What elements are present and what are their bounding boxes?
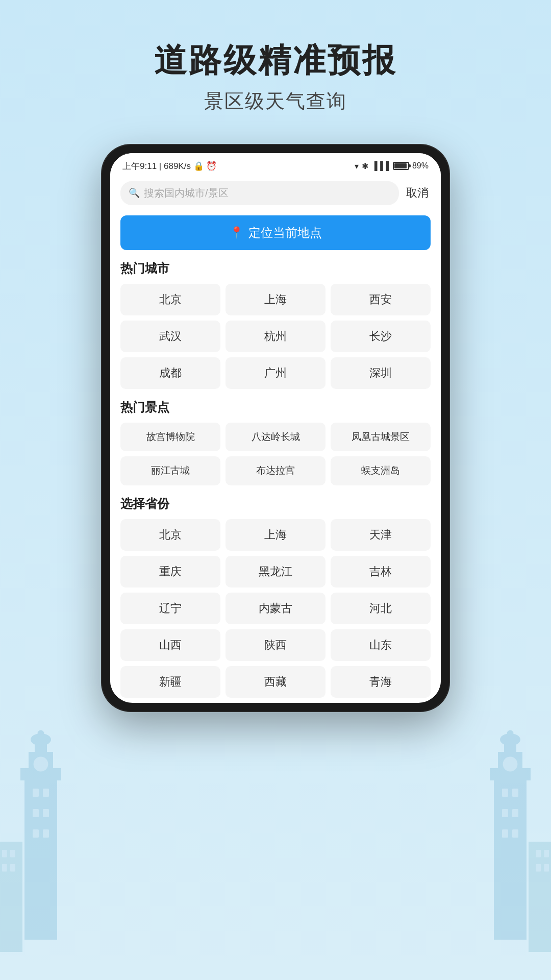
hot-city-item[interactable]: 西安 bbox=[331, 284, 431, 315]
svg-rect-18 bbox=[494, 776, 527, 940]
province-item[interactable]: 新疆 bbox=[120, 666, 220, 698]
svg-rect-2 bbox=[29, 752, 53, 772]
province-item[interactable]: 山西 bbox=[120, 629, 220, 661]
hot-city-item[interactable]: 武汉 bbox=[120, 321, 220, 352]
svg-rect-34 bbox=[544, 864, 549, 871]
search-bar: 🔍 搜索国内城市/景区 取消 bbox=[120, 177, 431, 211]
svg-rect-28 bbox=[512, 829, 518, 838]
svg-rect-27 bbox=[502, 809, 508, 817]
time-display: 上午9:11 bbox=[122, 161, 157, 171]
hot-attractions-title: 热门景点 bbox=[120, 399, 431, 415]
province-item[interactable]: 陕西 bbox=[226, 629, 325, 661]
svg-rect-9 bbox=[43, 809, 49, 817]
search-input-container[interactable]: 🔍 搜索国内城市/景区 bbox=[120, 181, 399, 205]
header: 道路级精准预报 景区级天气查询 bbox=[0, 0, 551, 135]
hot-city-item[interactable]: 长沙 bbox=[331, 321, 431, 352]
svg-point-12 bbox=[34, 757, 48, 772]
svg-rect-24 bbox=[512, 789, 518, 797]
province-item[interactable]: 山东 bbox=[331, 629, 431, 661]
hot-city-item[interactable]: 杭州 bbox=[226, 321, 325, 352]
svg-rect-25 bbox=[502, 789, 508, 797]
hot-attraction-item[interactable]: 蜈支洲岛 bbox=[331, 456, 431, 485]
svg-point-5 bbox=[38, 730, 44, 737]
hot-attraction-item[interactable]: 故宫博物院 bbox=[120, 423, 220, 452]
network-speed-value: 689K/s bbox=[164, 161, 191, 171]
province-item[interactable]: 北京 bbox=[120, 519, 220, 551]
wifi-icon: ▾ bbox=[355, 161, 359, 171]
search-placeholder: 搜索国内城市/景区 bbox=[144, 186, 229, 200]
svg-rect-31 bbox=[529, 842, 551, 952]
svg-rect-1 bbox=[20, 768, 61, 780]
svg-rect-7 bbox=[43, 789, 49, 797]
svg-point-22 bbox=[500, 733, 520, 746]
province-item[interactable]: 青海 bbox=[331, 666, 431, 698]
hot-city-item[interactable]: 上海 bbox=[226, 284, 325, 315]
svg-rect-10 bbox=[33, 829, 39, 838]
status-time-network: 上午9:11 | 689K/s 🔒 ⏰ bbox=[122, 160, 217, 172]
background-buildings bbox=[0, 699, 551, 980]
phone-content: 🔍 搜索国内城市/景区 取消 📍 定位当前地点 热门城市 北京上海西安武汉杭州长… bbox=[110, 177, 441, 698]
location-pin-icon: 📍 bbox=[230, 226, 243, 239]
hot-city-item[interactable]: 深圳 bbox=[331, 357, 431, 389]
province-item[interactable]: 上海 bbox=[226, 519, 325, 551]
lock-icon: 🔒 bbox=[193, 161, 204, 171]
svg-rect-0 bbox=[24, 776, 57, 940]
svg-rect-15 bbox=[10, 850, 15, 857]
hot-city-item[interactable]: 广州 bbox=[226, 357, 325, 389]
search-icon: 🔍 bbox=[129, 187, 140, 199]
battery-percent: 89% bbox=[412, 161, 429, 170]
status-icons: ▾ ✱ ▐▐▐ 89% bbox=[355, 161, 429, 171]
svg-point-30 bbox=[503, 757, 518, 772]
hot-cities-grid: 北京上海西安武汉杭州长沙成都广州深圳 bbox=[120, 284, 431, 389]
hot-attraction-item[interactable]: 丽江古城 bbox=[120, 456, 220, 485]
svg-rect-26 bbox=[512, 809, 518, 817]
svg-rect-14 bbox=[2, 850, 7, 857]
hot-attraction-item[interactable]: 凤凰古城景区 bbox=[331, 423, 431, 452]
province-item[interactable]: 黑龙江 bbox=[226, 556, 325, 587]
search-cancel-button[interactable]: 取消 bbox=[404, 185, 431, 201]
status-bar: 上午9:11 | 689K/s 🔒 ⏰ ▾ ✱ ▐▐▐ 89% bbox=[110, 153, 441, 177]
hot-attractions-grid: 故宫博物院八达岭长城凤凰古城景区丽江古城布达拉宫蜈支洲岛 bbox=[120, 423, 431, 485]
bluetooth-icon: ✱ bbox=[362, 161, 368, 171]
provinces-grid: 北京上海天津重庆黑龙江吉林辽宁内蒙古河北山西陕西山东新疆西藏青海 bbox=[120, 519, 431, 698]
phone-mockup: 上午9:11 | 689K/s 🔒 ⏰ ▾ ✱ ▐▐▐ 89% bbox=[0, 145, 551, 711]
hot-city-item[interactable]: 北京 bbox=[120, 284, 220, 315]
svg-rect-17 bbox=[10, 864, 15, 871]
svg-rect-32 bbox=[544, 850, 549, 857]
hot-cities-title: 热门城市 bbox=[120, 260, 431, 277]
svg-rect-16 bbox=[2, 864, 7, 871]
svg-rect-21 bbox=[504, 740, 516, 754]
location-button-label: 定位当前地点 bbox=[248, 225, 322, 241]
provinces-title: 选择省份 bbox=[120, 496, 431, 512]
sub-title: 景区级天气查询 bbox=[0, 88, 551, 114]
svg-rect-29 bbox=[502, 829, 508, 838]
phone-frame: 上午9:11 | 689K/s 🔒 ⏰ ▾ ✱ ▐▐▐ 89% bbox=[102, 145, 449, 711]
svg-rect-20 bbox=[498, 752, 522, 772]
province-item[interactable]: 河北 bbox=[331, 593, 431, 624]
svg-point-4 bbox=[31, 733, 51, 746]
province-item[interactable]: 内蒙古 bbox=[226, 593, 325, 624]
province-item[interactable]: 西藏 bbox=[226, 666, 325, 698]
svg-rect-35 bbox=[536, 864, 541, 871]
province-item[interactable]: 吉林 bbox=[331, 556, 431, 587]
svg-rect-33 bbox=[536, 850, 541, 857]
hot-city-item[interactable]: 成都 bbox=[120, 357, 220, 389]
main-title: 道路级精准预报 bbox=[0, 41, 551, 80]
hot-attraction-item[interactable]: 八达岭长城 bbox=[226, 423, 325, 452]
svg-rect-8 bbox=[33, 809, 39, 817]
location-button[interactable]: 📍 定位当前地点 bbox=[120, 215, 431, 250]
province-item[interactable]: 天津 bbox=[331, 519, 431, 551]
svg-rect-6 bbox=[33, 789, 39, 797]
svg-rect-19 bbox=[490, 768, 531, 780]
battery-icon bbox=[393, 162, 409, 170]
signal-icon: ▐▐▐ bbox=[371, 161, 389, 170]
svg-rect-11 bbox=[43, 829, 49, 838]
province-item[interactable]: 重庆 bbox=[120, 556, 220, 587]
network-speed: | bbox=[159, 161, 164, 171]
hot-attraction-item[interactable]: 布达拉宫 bbox=[226, 456, 325, 485]
svg-rect-13 bbox=[0, 842, 22, 952]
phone-screen: 上午9:11 | 689K/s 🔒 ⏰ ▾ ✱ ▐▐▐ 89% bbox=[110, 153, 441, 703]
svg-rect-3 bbox=[35, 740, 47, 754]
province-item[interactable]: 辽宁 bbox=[120, 593, 220, 624]
svg-point-23 bbox=[507, 730, 514, 737]
